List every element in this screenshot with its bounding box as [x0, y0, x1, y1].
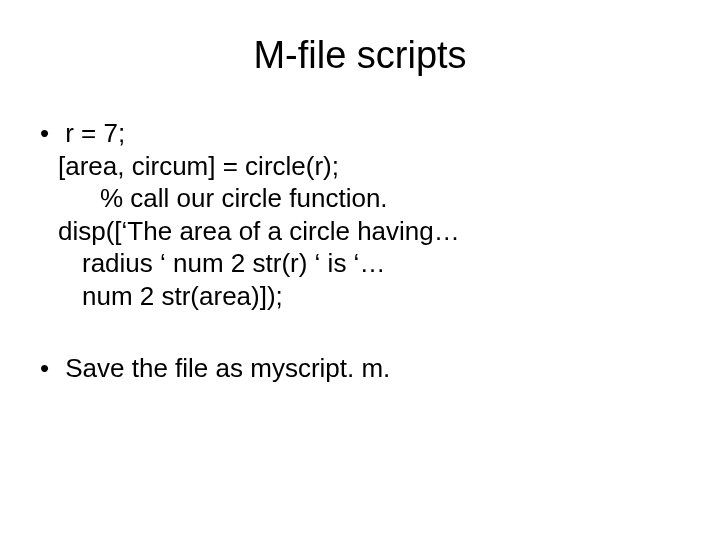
bullet-item-2: • Save the file as myscript. m.	[40, 352, 680, 385]
slide-title: M-file scripts	[40, 34, 680, 77]
code-line-4: disp([‘The area of a circle having…	[58, 215, 680, 248]
code-line-6: num 2 str(area)]);	[82, 280, 680, 313]
code-line-1: • r = 7;	[40, 117, 680, 150]
slide-body: • r = 7; [area, circum] = circle(r); % c…	[40, 117, 680, 385]
code-line-3: % call our circle function.	[100, 182, 680, 215]
code-text: r = 7;	[65, 118, 125, 148]
slide: M-file scripts • r = 7; [area, circum] =…	[0, 0, 720, 540]
code-line-5: radius ‘ num 2 str(r) ‘ is ‘…	[82, 247, 680, 280]
code-line-2: [area, circum] = circle(r);	[58, 150, 680, 183]
bullet-text: Save the file as myscript. m.	[65, 353, 390, 383]
bullet-marker: •	[40, 117, 58, 150]
bullet-item-1: • r = 7; [area, circum] = circle(r); % c…	[40, 117, 680, 312]
bullet-marker: •	[40, 352, 58, 385]
